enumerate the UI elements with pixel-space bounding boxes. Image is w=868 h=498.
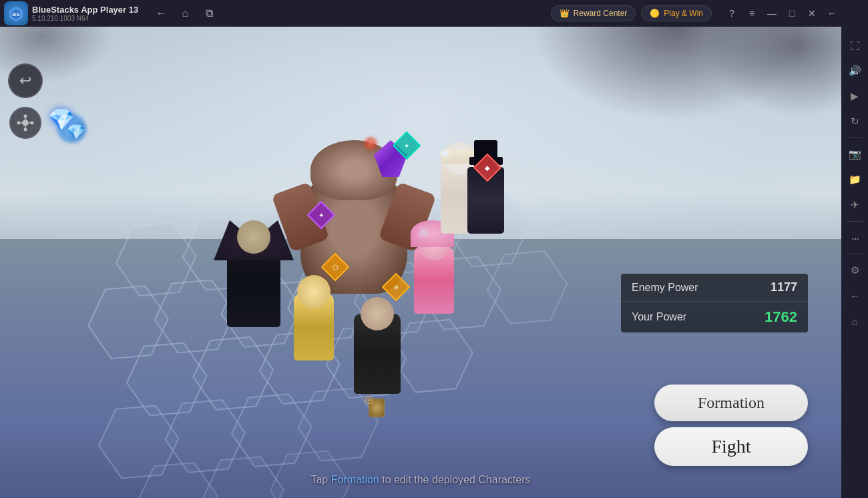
reward-center-label: Reward Center (574, 9, 628, 18)
fight-button[interactable]: Fight (654, 427, 808, 466)
more-button[interactable]: ··· (843, 226, 867, 250)
play-win-button[interactable]: 🟡 Play & Win (641, 5, 712, 21)
stats-panel: Enemy Power 1177 Your Power 1762 (621, 274, 808, 332)
fullscreen-button[interactable]: ⛶ (843, 33, 867, 57)
enemy-power-row: Enemy Power 1177 (621, 274, 808, 302)
star-effect: ✦ (439, 146, 451, 162)
nav-back-button[interactable]: ← (152, 4, 170, 23)
enemy-monster (300, 160, 407, 294)
formation-button[interactable]: Formation (654, 385, 808, 421)
your-power-label: Your Power (632, 311, 686, 323)
volume-button[interactable]: 🔊 (843, 59, 867, 83)
char-dark-wings (227, 240, 280, 327)
screenshot-button[interactable]: 📷 (843, 142, 867, 166)
minimize-button[interactable]: — (763, 4, 781, 23)
game-area: 💎 💎 ✦ ◆ ✦ (0, 27, 841, 498)
app-title-section: BlueStacks App Player 13 5.10.210.1003 N… (32, 5, 138, 22)
sidebar-home-button[interactable]: ⌂ (843, 309, 867, 333)
svg-point-36 (24, 115, 27, 118)
crown-icon: 👑 (560, 9, 570, 18)
char-pink (414, 247, 454, 314)
back-nav-button[interactable]: ← (823, 4, 841, 23)
sidebar-divider-2 (847, 221, 863, 222)
folder-button[interactable]: 📁 (843, 168, 867, 192)
titlebar-nav: ← ⌂ ⧉ (152, 4, 218, 23)
hint-prefix: Tap (310, 474, 331, 485)
svg-point-39 (31, 121, 34, 125)
hint-suffix: to edit the deployed Characters (379, 474, 531, 485)
video-button[interactable]: ▶ (843, 84, 867, 108)
menu-button[interactable]: ≡ (742, 4, 761, 23)
maximize-button[interactable]: □ (783, 4, 801, 23)
crystals-decoration-2: 💎 (67, 123, 85, 141)
sync-button[interactable]: ↻ (843, 109, 867, 134)
hint-text: Tap Formation to edit the deployed Chara… (310, 474, 530, 486)
app-version: 5.10.210.1003 N64 (32, 15, 138, 22)
sidebar-divider-3 (847, 254, 863, 254)
svg-point-38 (17, 121, 21, 125)
back-button[interactable]: ↩ (8, 63, 43, 98)
enemy-power-value: 1177 (771, 280, 797, 294)
help-button[interactable]: ? (722, 4, 741, 23)
svg-text:BS: BS (12, 11, 20, 17)
plane-button[interactable]: ✈ (843, 193, 867, 217)
energy-orb-red (364, 137, 377, 150)
network-button[interactable] (9, 107, 41, 139)
bluestacks-logo: BS (4, 1, 28, 25)
coin-icon: 🟡 (650, 9, 660, 18)
char-yellow (294, 294, 334, 360)
your-power-value: 1762 (765, 308, 797, 326)
window-controls: ? ≡ — □ ✕ ← (722, 4, 841, 23)
play-win-label: Play & Win (664, 9, 703, 18)
char-black-center (354, 314, 401, 394)
app-name: BlueStacks App Player 13 (32, 5, 138, 15)
svg-point-37 (24, 128, 27, 132)
nav-tabs-button[interactable]: ⧉ (200, 4, 218, 23)
right-sidebar: ⛶ 🔊 ▶ ↻ 📷 📁 ✈ ··· ⚙ ← ⌂ (841, 0, 868, 498)
settings-button[interactable]: ⚙ (843, 258, 867, 282)
titlebar: BS BlueStacks App Player 13 5.10.210.100… (0, 0, 841, 27)
close-button[interactable]: ✕ (803, 4, 821, 23)
reward-center-button[interactable]: 👑 Reward Center (551, 5, 636, 21)
your-power-row: Your Power 1762 (621, 302, 808, 332)
sidebar-back-button[interactable]: ← (843, 284, 867, 308)
enemy-power-label: Enemy Power (632, 282, 698, 294)
swords-icon: ⚔ (417, 224, 429, 240)
hint-formation-link[interactable]: Formation (331, 474, 379, 485)
sidebar-divider-1 (847, 138, 863, 138)
nav-home-button[interactable]: ⌂ (176, 4, 194, 23)
